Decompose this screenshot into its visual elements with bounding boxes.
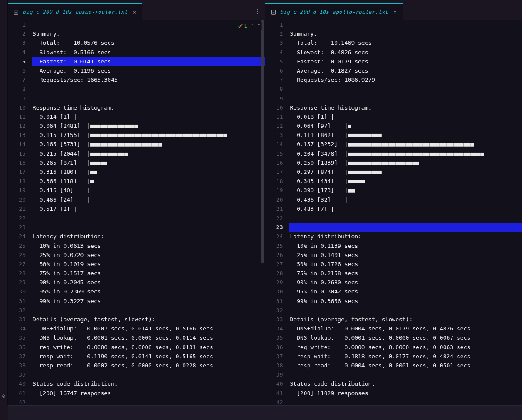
diff-overlay-controls: 1 ˄ ˅ xyxy=(235,22,262,30)
tab-left[interactable]: big_c_200_d_10s_cosmo-router.txt × xyxy=(8,3,142,20)
diff-prev-icon[interactable]: ˄ xyxy=(251,23,254,30)
code-right[interactable]: Summary: Total: 10.1469 secs Slowest: 0.… xyxy=(289,20,522,405)
editor-body-left[interactable]: 1234567891011121314151617181920212223242… xyxy=(8,20,265,405)
tab-left-filename: big_c_200_d_10s_cosmo-router.txt xyxy=(23,9,127,15)
tab-close-right[interactable]: × xyxy=(392,9,398,16)
gutter-right: 1234567891011121314151617181920212223242… xyxy=(265,20,289,405)
editor-split: big_c_200_d_10s_cosmo-router.txt × ⋮ 1 ˄… xyxy=(8,3,522,405)
file-text-icon xyxy=(271,9,277,15)
tab-right-filename: big_c_200_d_10s_apollo-router.txt xyxy=(280,9,388,15)
editor-pane-left: big_c_200_d_10s_cosmo-router.txt × ⋮ 1 ˄… xyxy=(8,3,265,405)
diff-check-icon: 1 xyxy=(237,23,247,29)
diff-next-icon[interactable]: ˅ xyxy=(258,23,261,30)
file-text-icon xyxy=(13,9,19,15)
status-bar[interactable] xyxy=(8,405,522,420)
code-left[interactable]: Summary: Total: 10.0576 secs Slowest: 0.… xyxy=(32,20,265,405)
tab-row-right: big_c_200_d_10s_apollo-router.txt × xyxy=(265,3,522,20)
title-bar xyxy=(8,0,522,3)
tab-row-left: big_c_200_d_10s_cosmo-router.txt × ⋮ xyxy=(8,3,265,20)
editor-pane-right: big_c_200_d_10s_apollo-router.txt × 1234… xyxy=(265,3,522,405)
activity-bar: ⚙ xyxy=(0,0,8,405)
editor-body-right[interactable]: 1234567891011121314151617181920212223242… xyxy=(265,20,522,405)
diff-count: 1 xyxy=(244,23,247,29)
gutter-left: 1234567891011121314151617181920212223242… xyxy=(8,20,32,405)
settings-icon[interactable]: ⚙ xyxy=(2,393,6,399)
tab-overflow-left[interactable]: ⋮ xyxy=(254,7,265,16)
tab-right[interactable]: big_c_200_d_10s_apollo-router.txt × xyxy=(265,3,403,20)
tab-close-left[interactable]: × xyxy=(131,9,138,16)
